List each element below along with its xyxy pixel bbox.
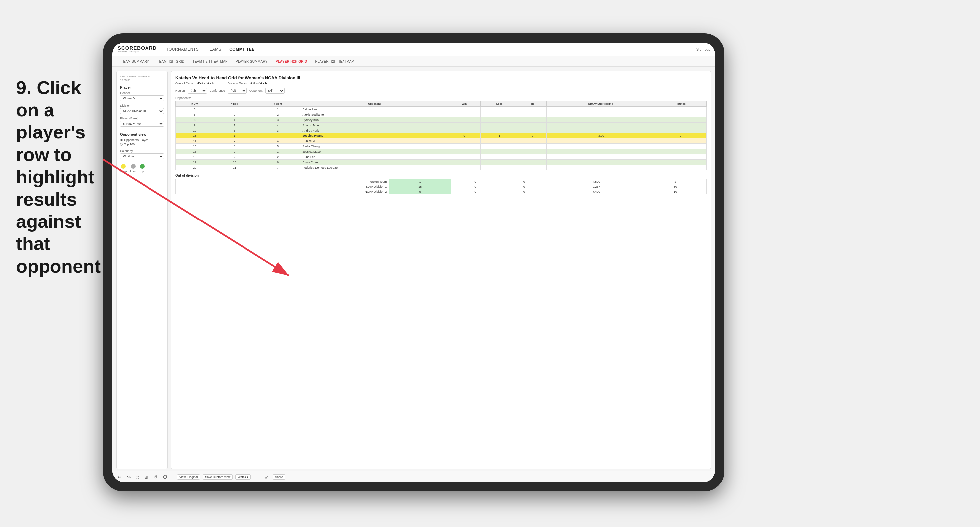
table-row[interactable]: 9 1 4 Sharon Mun bbox=[176, 122, 706, 128]
fullscreen-button[interactable]: ⤢ bbox=[263, 473, 270, 480]
grid-record: Overall Record: 353 - 34 - 6 Division Re… bbox=[175, 81, 706, 85]
cell-rounds: 2 bbox=[655, 133, 706, 138]
nav-item-tournaments[interactable]: TOURNAMENTS bbox=[166, 46, 199, 52]
legend-level-dot bbox=[131, 164, 135, 169]
cell-div: 10 bbox=[176, 128, 214, 133]
cell-tie bbox=[518, 128, 546, 133]
cell-conf: 4 bbox=[255, 138, 301, 144]
table-row[interactable]: 15 8 5 Stella Cheng bbox=[176, 144, 706, 149]
cell-conf: 4 bbox=[255, 122, 301, 128]
cell-div: 16 bbox=[176, 149, 214, 154]
cell-div: 15 bbox=[176, 144, 214, 149]
cell-div: 14 bbox=[176, 138, 214, 144]
table-row[interactable]: 18 2 2 Euna Lee bbox=[176, 154, 706, 160]
refresh-button[interactable]: ↺ bbox=[152, 473, 159, 480]
out-cell-loss: 0 bbox=[451, 179, 500, 184]
tab-team-summary[interactable]: TEAM SUMMARY bbox=[118, 59, 153, 65]
cell-reg: 9 bbox=[213, 149, 255, 154]
nav-item-teams[interactable]: TEAMS bbox=[207, 46, 221, 52]
clock-button[interactable]: ⏱ bbox=[161, 473, 169, 480]
main-content: Last Updated: 27/03/2024 16:55:38 Player… bbox=[112, 67, 715, 482]
table-row[interactable]: 19 10 6 Emily Chang bbox=[176, 160, 706, 165]
undo-button[interactable]: ↩ bbox=[116, 473, 123, 480]
player-section-title: Player bbox=[120, 85, 164, 89]
redo-button[interactable]: ↪ bbox=[126, 473, 132, 480]
nav-item-committee[interactable]: COMMITTEE bbox=[229, 46, 255, 52]
player-rank-select[interactable]: 8. Katelyn Vo bbox=[120, 121, 164, 127]
out-cell-diff: 4.500 bbox=[549, 179, 644, 184]
filters-row: Region (All) Conference (All) Opponent (… bbox=[175, 88, 706, 94]
cell-diff bbox=[546, 144, 655, 149]
col-div: # Div bbox=[176, 101, 214, 106]
toolbar-divider-1 bbox=[173, 474, 173, 479]
reset-button[interactable]: ⎌ bbox=[135, 473, 140, 480]
cell-tie bbox=[518, 138, 546, 144]
col-conf: # Conf bbox=[255, 101, 301, 106]
share-button[interactable]: Share bbox=[273, 474, 285, 479]
division-record-value: 331 - 34 - 6 bbox=[250, 81, 267, 85]
out-table-row[interactable]: NCAA Division 2 5 0 0 7.400 10 bbox=[176, 189, 706, 194]
cell-win bbox=[448, 138, 481, 144]
save-custom-button[interactable]: Save Custom View bbox=[203, 474, 232, 479]
cell-rounds bbox=[655, 106, 706, 112]
division-select[interactable]: NCAA Division III bbox=[120, 108, 164, 114]
table-row[interactable]: 16 9 1 Jessica Mason bbox=[176, 149, 706, 154]
cell-diff bbox=[546, 154, 655, 160]
tab-player-h2h-grid[interactable]: PLAYER H2H GRID bbox=[272, 59, 310, 65]
view-original-button[interactable]: View: Original bbox=[177, 474, 200, 479]
table-row[interactable]: 3 1 Esther Lee bbox=[176, 106, 706, 112]
cell-diff: -3.00 bbox=[546, 133, 655, 138]
cell-diff bbox=[546, 128, 655, 133]
cell-loss bbox=[481, 106, 518, 112]
logo-area: SCOREBOARD Powered by clippi bbox=[118, 46, 157, 53]
tab-team-h2h-heatmap[interactable]: TEAM H2H HEATMAP bbox=[189, 59, 231, 65]
cell-div: 5 bbox=[176, 112, 214, 117]
out-cell-tie: 0 bbox=[500, 184, 548, 189]
out-table-row[interactable]: NAIA Division 1 15 0 0 9.267 30 bbox=[176, 184, 706, 189]
out-cell-rounds: 10 bbox=[644, 189, 706, 194]
out-table-row[interactable]: Foreign Team 1 0 0 4.500 2 bbox=[176, 179, 706, 184]
table-row[interactable]: 10 6 3 Andrea York bbox=[176, 128, 706, 133]
table-row[interactable]: 14 7 4 Eunice Yi bbox=[176, 138, 706, 144]
cell-loss bbox=[481, 154, 518, 160]
annotation-text: 9. Click on a player's row to highlight … bbox=[16, 76, 109, 277]
conference-filter-select[interactable]: (All) bbox=[228, 88, 247, 94]
table-row-highlighted[interactable]: 13 1 Jessica Huang 0 1 0 -3.00 2 bbox=[176, 133, 706, 138]
tab-player-summary[interactable]: PLAYER SUMMARY bbox=[232, 59, 271, 65]
col-rounds: Rounds bbox=[655, 101, 706, 106]
cell-loss bbox=[481, 128, 518, 133]
watch-button[interactable]: Watch ▾ bbox=[235, 474, 251, 479]
region-filter-select[interactable]: (All) bbox=[188, 88, 207, 94]
cell-diff bbox=[546, 106, 655, 112]
cell-rounds bbox=[655, 154, 706, 160]
sign-out-link[interactable]: Sign out bbox=[692, 48, 710, 51]
table-row[interactable]: 5 2 2 Alexis Sudjianto bbox=[176, 112, 706, 117]
tab-team-h2h-grid[interactable]: TEAM H2H GRID bbox=[154, 59, 188, 65]
cell-opponent: Eunice Yi bbox=[301, 138, 448, 144]
radio-opponents-played[interactable]: Opponents Played bbox=[120, 138, 164, 142]
grid-button[interactable]: ⊞ bbox=[143, 473, 150, 480]
table-row[interactable]: 6 1 3 Sydney Kuo bbox=[176, 117, 706, 122]
cell-conf: 1 bbox=[255, 149, 301, 154]
cell-reg: 6 bbox=[213, 128, 255, 133]
cell-reg: 11 bbox=[213, 165, 255, 170]
cell-conf: 2 bbox=[255, 154, 301, 160]
radio-dot-1 bbox=[120, 139, 123, 141]
out-cell-win: 15 bbox=[389, 184, 451, 189]
tab-player-h2h-heatmap[interactable]: PLAYER H2H HEATMAP bbox=[312, 59, 357, 65]
cell-rounds bbox=[655, 112, 706, 117]
colour-by-select[interactable]: Win/loss bbox=[120, 153, 164, 159]
cell-tie bbox=[518, 160, 546, 165]
cell-rounds bbox=[655, 117, 706, 122]
radio-top100[interactable]: Top 100 bbox=[120, 143, 164, 146]
col-opponent: Opponent bbox=[301, 101, 448, 106]
cell-opponent: Andrea York bbox=[301, 128, 448, 133]
region-filter-label: Region bbox=[175, 89, 185, 92]
cell-tie bbox=[518, 106, 546, 112]
opponent-filter-select[interactable]: (All) bbox=[266, 88, 285, 94]
gender-select[interactable]: Women's bbox=[120, 95, 164, 101]
legend-down-dot bbox=[121, 164, 126, 169]
resize-button[interactable]: ⛶ bbox=[253, 473, 261, 480]
table-row[interactable]: 20 11 7 Federica Domecq Lacroze bbox=[176, 165, 706, 170]
cell-opponent: Federica Domecq Lacroze bbox=[301, 165, 448, 170]
